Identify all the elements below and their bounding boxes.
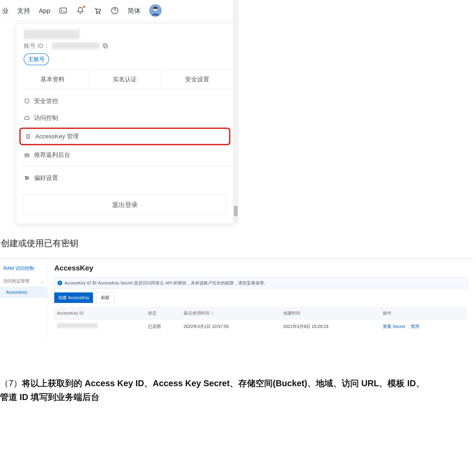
menu-preferences[interactable]: 偏好设置 <box>16 170 233 186</box>
logout-button[interactable]: 退出登录 <box>24 195 226 215</box>
col-status: 状态 <box>145 307 181 320</box>
cell-ops: 查看 Secret|禁用 <box>380 320 467 334</box>
nav-item-enterprise[interactable]: 业 <box>2 6 9 16</box>
menu-label: AccessKey 管理 <box>35 132 79 141</box>
col-accesskey-id: AccessKey ID <box>54 307 145 320</box>
tab-real-name[interactable]: 实名认证 <box>89 70 161 89</box>
cell-last-used: 2022年4月1日 10:57:55 <box>181 320 281 334</box>
account-id-label: 账号 ID： <box>24 41 50 50</box>
accesskey-main: AccessKey i AccessKey ID 和 AccessKey Sec… <box>48 259 474 340</box>
terminal-icon[interactable] <box>59 6 68 15</box>
cart-icon[interactable] <box>93 6 102 15</box>
view-secret-link[interactable]: 查看 Secret <box>383 324 405 329</box>
cell-created: 2021年3月8日 15:29:23 <box>281 320 380 334</box>
scrollbar[interactable] <box>233 0 238 224</box>
svg-rect-0 <box>60 8 66 13</box>
svg-rect-7 <box>104 45 107 48</box>
info-banner: i AccessKey ID 和 AccessKey Secret 是您访问阿里… <box>54 277 467 289</box>
nav-item-app[interactable]: App <box>39 6 50 16</box>
bell-icon[interactable] <box>76 6 85 15</box>
info-small-icon: ⓘ <box>211 311 214 315</box>
menu-accesskey[interactable]: AccessKey 管理 <box>19 128 230 145</box>
svg-point-1 <box>96 13 98 14</box>
account-name-redacted <box>24 30 80 39</box>
svg-rect-8 <box>103 44 106 47</box>
instruction-text: 将以上获取到的 Access Key ID、Access Key Secret、… <box>22 378 424 388</box>
tab-basic-info[interactable]: 基本资料 <box>16 70 89 89</box>
avatar[interactable] <box>149 4 162 17</box>
key-icon <box>25 133 32 140</box>
menu-label: 推荐返利后台 <box>34 150 70 160</box>
create-accesskey-button[interactable]: 创建 AccessKey <box>54 292 93 303</box>
accesskey-sidebar: RAM 访问控制 访问凭证管理 AccessKey <box>0 259 48 340</box>
account-tabs: 基本资料 实名认证 安全设置 <box>16 70 233 89</box>
account-dropdown: 账号 ID： 主账号 基本资料 实名认证 安全设置 安全管控 访问控制 <box>16 23 234 224</box>
svg-point-4 <box>115 12 115 12</box>
copy-icon[interactable] <box>102 43 108 49</box>
table-row: 已启用 2022年4月1日 10:57:55 2021年3月8日 15:29:2… <box>54 320 467 334</box>
sidebar-group-credentials[interactable]: 访问凭证管理 <box>0 274 48 286</box>
accesskey-id-redacted <box>57 323 98 328</box>
sidebar-parent-ram[interactable]: RAM 访问控制 <box>0 262 48 274</box>
main-account-badge: 主账号 <box>24 53 49 65</box>
account-menu: 安全管控 访问控制 AccessKey 管理 推荐返利后台 偏好设 <box>16 89 233 190</box>
cloud-icon <box>24 115 30 121</box>
col-last-used: 最后使用时间ⓘ <box>181 307 281 320</box>
disable-link[interactable]: 禁用 <box>411 324 419 329</box>
accesskey-table: AccessKey ID 状态 最后使用时间ⓘ 创建时间 操作 已启用 2022… <box>54 307 467 333</box>
instruction-paragraph: （7）将以上获取到的 Access Key ID、Access Key Secr… <box>0 376 476 404</box>
nav-language[interactable]: 简体 <box>128 6 141 16</box>
menu-access-control[interactable]: 访问控制 <box>16 110 233 126</box>
chevron-up-icon <box>41 279 44 283</box>
svg-point-2 <box>99 13 100 14</box>
col-ops: 操作 <box>380 307 467 320</box>
top-navigation: 业 支持 App 简体 <box>0 0 238 21</box>
sidebar-item-accesskey[interactable]: AccessKey <box>0 286 48 298</box>
menu-security-control[interactable]: 安全管控 <box>16 93 233 110</box>
gift-icon <box>24 152 30 158</box>
info-text: AccessKey ID 和 AccessKey Secret 是您访问阿里云 … <box>64 280 268 286</box>
account-dropdown-screenshot: 业 支持 App 简体 <box>0 0 238 224</box>
tab-security-settings[interactable]: 安全设置 <box>161 70 233 89</box>
info-icon: i <box>57 281 62 285</box>
refresh-button[interactable]: 刷新 <box>96 292 115 303</box>
nav-item-support[interactable]: 支持 <box>17 6 30 16</box>
sliders-icon <box>24 175 30 181</box>
menu-rebate[interactable]: 推荐返利后台 <box>16 146 233 163</box>
cell-status: 已启用 <box>145 320 181 334</box>
menu-label: 偏好设置 <box>34 173 58 182</box>
accesskey-page-screenshot: RAM 访问控制 访问凭证管理 AccessKey AccessKey i Ac… <box>0 258 474 340</box>
menu-label: 访问控制 <box>34 114 58 122</box>
instruction-text-line2: 管道 ID 填写到业务端后台 <box>0 390 476 404</box>
account-id-redacted <box>52 42 100 49</box>
notification-dot <box>83 6 85 8</box>
account-id-row: 账号 ID： <box>24 41 226 50</box>
help-icon[interactable] <box>110 6 119 15</box>
menu-label: 安全管控 <box>34 97 58 106</box>
page-title: AccessKey <box>54 262 467 274</box>
sidebar-group-label: 访问凭证管理 <box>3 278 29 284</box>
shield-icon <box>24 98 30 104</box>
section-heading: 创建或使用已有密钥 <box>1 237 476 250</box>
instruction-number: （7） <box>0 378 22 388</box>
col-created: 创建时间 <box>281 307 380 320</box>
